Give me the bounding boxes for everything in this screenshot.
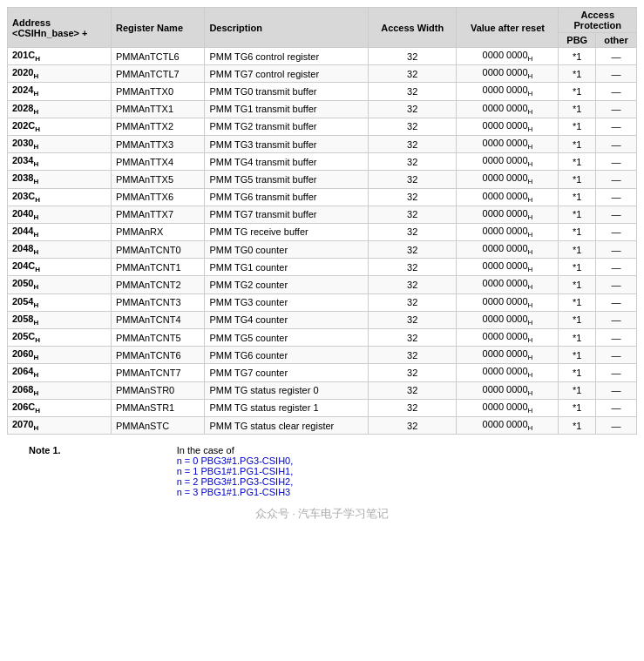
- cell-description: PMM TG2 transmit buffer: [205, 118, 369, 135]
- cell-description: PMM TG2 counter: [205, 276, 369, 293]
- table-row: 2048HPMMAnTCNT0PMM TG0 counter320000 000…: [8, 241, 637, 259]
- cell-description: PMM TG6 control register: [205, 48, 369, 65]
- cell-address: 2060H: [8, 347, 112, 364]
- cell-access-width: 32: [369, 223, 457, 240]
- cell-register-name: PMMAnTCNT3: [111, 293, 204, 311]
- cell-value-after-reset: 0000 0000H: [457, 100, 559, 118]
- cell-address: 2058H: [8, 311, 112, 328]
- cell-register-name: PMMAnTCNT6: [111, 347, 204, 364]
- register-table: Address<CSIHn_base> + Register Name Desc…: [7, 7, 637, 435]
- cell-description: PMM TG1 transmit buffer: [205, 100, 369, 118]
- cell-description: PMM TG6 transmit buffer: [205, 188, 369, 206]
- cell-access-width: 32: [369, 100, 457, 118]
- cell-access-width: 32: [369, 399, 457, 416]
- cell-other: —: [595, 83, 636, 100]
- cell-register-name: PMMAnTTX2: [111, 118, 204, 135]
- cell-pbg: *1: [559, 206, 596, 223]
- cell-address: 2024H: [8, 83, 112, 100]
- cell-description: PMM TG7 control register: [205, 65, 369, 83]
- watermark: 众众号 · 汽车电子学习笔记: [7, 506, 637, 522]
- cell-register-name: PMMAnTCNT5: [111, 329, 204, 347]
- cell-register-name: PMMAnTTX4: [111, 153, 204, 171]
- cell-register-name: PMMAnSTC: [111, 416, 204, 434]
- cell-value-after-reset: 0000 0000H: [457, 241, 559, 259]
- cell-description: PMM TG1 counter: [205, 259, 369, 276]
- table-row: 2020HPMMAnTCTL7PMM TG7 control register3…: [8, 65, 637, 83]
- cell-value-after-reset: 0000 0000H: [457, 171, 559, 188]
- cell-other: —: [595, 135, 636, 152]
- cell-other: —: [595, 293, 636, 311]
- table-row: 2028HPMMAnTTX1PMM TG1 transmit buffer320…: [8, 100, 637, 118]
- cell-register-name: PMMAnRX: [111, 223, 204, 240]
- cell-address: 2048H: [8, 241, 112, 259]
- cell-address: 202CH: [8, 118, 112, 135]
- cell-value-after-reset: 0000 0000H: [457, 364, 559, 381]
- cell-register-name: PMMAnSTR1: [111, 399, 204, 416]
- note-line-1: n = 1 PBG1#1.PG1-CSIH1,: [177, 466, 294, 476]
- cell-access-width: 32: [369, 206, 457, 223]
- cell-value-after-reset: 0000 0000H: [457, 118, 559, 135]
- cell-register-name: PMMAnTCTL6: [111, 48, 204, 65]
- cell-address: 205CH: [8, 329, 112, 347]
- table-row: 2054HPMMAnTCNT3PMM TG3 counter320000 000…: [8, 293, 637, 311]
- table-row: 2064HPMMAnTCNT7PMM TG7 counter320000 000…: [8, 364, 637, 381]
- col-value-after-reset: Value after reset: [457, 8, 559, 48]
- cell-access-width: 32: [369, 259, 457, 276]
- cell-pbg: *1: [559, 347, 596, 364]
- note-line-0: n = 0 PBG3#1.PG3-CSIH0,: [177, 455, 294, 466]
- table-row: 205CHPMMAnTCNT5PMM TG5 counter320000 000…: [8, 329, 637, 347]
- cell-register-name: PMMAnTTX0: [111, 83, 204, 100]
- cell-description: PMM TG7 counter: [205, 364, 369, 381]
- cell-address: 2040H: [8, 206, 112, 223]
- cell-other: —: [595, 241, 636, 259]
- col-access-width: Access Width: [369, 8, 457, 48]
- cell-other: —: [595, 171, 636, 188]
- cell-description: PMM TG receive buffer: [205, 223, 369, 240]
- cell-address: 2030H: [8, 135, 112, 152]
- cell-access-width: 32: [369, 188, 457, 206]
- cell-access-width: 32: [369, 241, 457, 259]
- cell-register-name: PMMAnTTX1: [111, 100, 204, 118]
- cell-other: —: [595, 223, 636, 240]
- cell-description: PMM TG0 counter: [205, 241, 369, 259]
- note-section: Note 1. In the case of n = 0 PBG3#1.PG3-…: [7, 443, 637, 499]
- cell-access-width: 32: [369, 83, 457, 100]
- cell-register-name: PMMAnTCNT4: [111, 311, 204, 328]
- cell-access-width: 32: [369, 135, 457, 152]
- note-label: Note 1.: [24, 443, 173, 499]
- cell-pbg: *1: [559, 399, 596, 416]
- cell-description: PMM TG status clear register: [205, 416, 369, 434]
- cell-pbg: *1: [559, 188, 596, 206]
- cell-pbg: *1: [559, 381, 596, 399]
- cell-other: —: [595, 100, 636, 118]
- cell-access-width: 32: [369, 364, 457, 381]
- cell-address: 2050H: [8, 276, 112, 293]
- cell-address: 2044H: [8, 223, 112, 240]
- cell-pbg: *1: [559, 135, 596, 152]
- cell-other: —: [595, 399, 636, 416]
- table-row: 2024HPMMAnTTX0PMM TG0 transmit buffer320…: [8, 83, 637, 100]
- cell-access-width: 32: [369, 276, 457, 293]
- cell-register-name: PMMAnTCNT0: [111, 241, 204, 259]
- cell-register-name: PMMAnTCTL7: [111, 65, 204, 83]
- cell-address: 206CH: [8, 399, 112, 416]
- cell-other: —: [595, 206, 636, 223]
- cell-pbg: *1: [559, 65, 596, 83]
- cell-other: —: [595, 188, 636, 206]
- col-pbg: PBG: [559, 33, 596, 48]
- table-row: 2050HPMMAnTCNT2PMM TG2 counter320000 000…: [8, 276, 637, 293]
- cell-pbg: *1: [559, 311, 596, 328]
- cell-access-width: 32: [369, 65, 457, 83]
- cell-pbg: *1: [559, 223, 596, 240]
- cell-access-width: 32: [369, 416, 457, 434]
- cell-description: PMM TG5 transmit buffer: [205, 171, 369, 188]
- cell-register-name: PMMAnTTX7: [111, 206, 204, 223]
- cell-description: PMM TG status register 1: [205, 399, 369, 416]
- table-row: 203CHPMMAnTTX6PMM TG6 transmit buffer320…: [8, 188, 637, 206]
- cell-other: —: [595, 311, 636, 328]
- cell-register-name: PMMAnTTX3: [111, 135, 204, 152]
- table-row: 2058HPMMAnTCNT4PMM TG4 counter320000 000…: [8, 311, 637, 328]
- cell-register-name: PMMAnTTX5: [111, 171, 204, 188]
- table-row: 2038HPMMAnTTX5PMM TG5 transmit buffer320…: [8, 171, 637, 188]
- cell-register-name: PMMAnTCNT7: [111, 364, 204, 381]
